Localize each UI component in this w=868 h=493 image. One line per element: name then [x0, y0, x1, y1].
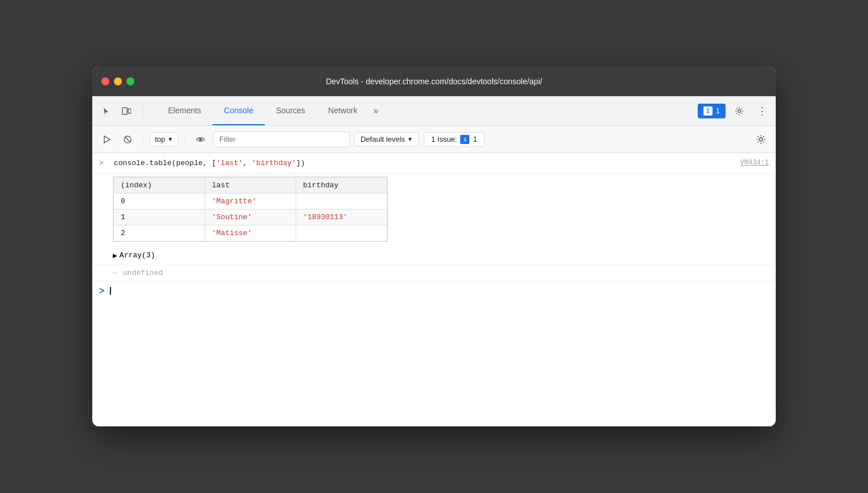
- code-last-string: 'last': [216, 159, 243, 167]
- array-row[interactable]: ▶ Array(3): [113, 249, 769, 262]
- toolbar-divider-1: [142, 134, 143, 145]
- table-row: 0 'Magritte': [114, 193, 387, 209]
- tab-bar-left-icons: [97, 102, 148, 120]
- customize-button[interactable]: ⋮: [753, 102, 771, 120]
- console-gear-icon: [756, 134, 766, 145]
- return-value: undefined: [123, 269, 163, 277]
- window-title: DevTools - developer.chrome.com/docs/dev…: [326, 77, 542, 86]
- inspect-element-button[interactable]: [97, 102, 115, 120]
- table-cell-index-1: 1: [114, 209, 205, 225]
- tab-elements[interactable]: Elements: [157, 96, 212, 125]
- table-cell-last-0: 'Magritte': [205, 193, 296, 209]
- table-header-last: last: [205, 177, 296, 193]
- tab-console[interactable]: Console: [212, 96, 264, 125]
- toolbar-divider-2: [185, 134, 186, 145]
- gear-icon: [735, 106, 744, 116]
- return-entry: ← undefined: [92, 265, 776, 281]
- block-button[interactable]: [120, 132, 136, 147]
- filter-input[interactable]: [213, 132, 350, 147]
- table-header-birthday: birthday: [296, 177, 387, 193]
- device-icon: [122, 106, 131, 116]
- more-tabs-button[interactable]: »: [369, 96, 383, 125]
- context-selector[interactable]: top ▼: [150, 132, 178, 146]
- close-button[interactable]: [101, 77, 109, 85]
- log-levels-selector[interactable]: Default levels ▼: [354, 132, 419, 146]
- code-suffix: ]): [296, 159, 305, 167]
- svg-point-6: [199, 138, 202, 141]
- svg-rect-1: [128, 109, 131, 113]
- array-label: Array(3): [120, 251, 155, 260]
- expand-icon[interactable]: ▶: [113, 251, 117, 260]
- cursor: [110, 287, 111, 295]
- device-toolbar-button[interactable]: [117, 102, 136, 120]
- issues-button[interactable]: 1 Issue: 1 1: [424, 132, 485, 147]
- issue-counter-button[interactable]: 1 1: [698, 104, 726, 118]
- return-arrow: ←: [113, 269, 117, 277]
- table-cell-birthday-2: [296, 225, 387, 241]
- table-row: 2 'Matisse': [114, 225, 387, 241]
- console-toolbar: top ▼ Default levels ▼ 1 Issue: 1 1: [92, 126, 776, 153]
- svg-line-5: [125, 137, 130, 142]
- traffic-lights: [101, 77, 134, 85]
- console-settings-button[interactable]: [753, 132, 769, 147]
- vm-link[interactable]: VM434:1: [740, 158, 769, 168]
- table-cell-index-0: 0: [114, 193, 205, 209]
- table-cell-birthday-0: [296, 193, 387, 209]
- svg-marker-3: [104, 136, 110, 143]
- eye-button[interactable]: [193, 132, 208, 147]
- minimize-button[interactable]: [114, 77, 122, 85]
- clear-console-button[interactable]: [99, 132, 115, 147]
- command-content: console.table(people, ['last', 'birthday…: [114, 158, 769, 169]
- block-icon: [123, 135, 132, 144]
- console-table: (index) last birthday 0 'Magritte' 1 'So…: [113, 177, 387, 241]
- devtools-window: DevTools - developer.chrome.com/docs/dev…: [92, 67, 776, 426]
- command-arrow: >: [99, 158, 108, 169]
- table-cell-last-2: 'Matisse': [205, 225, 296, 241]
- console-input-row[interactable]: >: [92, 281, 776, 301]
- execute-icon: [103, 135, 112, 144]
- main-tabs: Elements Console Sources Network »: [157, 96, 383, 125]
- chevron-down-icon: ▼: [167, 136, 173, 142]
- title-bar: DevTools - developer.chrome.com/docs/dev…: [92, 67, 776, 96]
- svg-point-2: [738, 109, 741, 112]
- input-prompt-icon: >: [99, 286, 104, 296]
- table-cell-last-1: 'Soutine': [205, 209, 296, 225]
- table-cell-index-2: 2: [114, 225, 205, 241]
- tab-bar: Elements Console Sources Network » 1 1: [92, 96, 776, 126]
- table-header-index: (index): [114, 177, 205, 193]
- code-birthday-string: 'birthday': [252, 159, 296, 167]
- svg-point-7: [759, 138, 763, 141]
- console-output: > console.table(people, ['last', 'birthd…: [92, 153, 776, 426]
- eye-icon: [196, 135, 205, 144]
- code-comma: ,: [243, 159, 252, 167]
- levels-chevron-icon: ▼: [407, 136, 413, 142]
- inline-issue-icon: 1: [460, 135, 469, 144]
- code-prefix: console.table(people, [: [114, 159, 216, 167]
- svg-rect-0: [122, 108, 127, 114]
- table-cell-birthday-1: '18930113': [296, 209, 387, 225]
- cursor-icon: [101, 106, 110, 116]
- tab-bar-divider: [142, 104, 143, 118]
- issue-icon: 1: [703, 106, 713, 116]
- tab-sources[interactable]: Sources: [265, 96, 317, 125]
- table-row: 1 'Soutine' '18930113': [114, 209, 387, 225]
- console-table-wrapper: (index) last birthday 0 'Magritte' 1 'So…: [113, 176, 388, 242]
- settings-button-top[interactable]: [730, 102, 748, 120]
- tab-bar-right: 1 1 ⋮: [698, 102, 771, 120]
- three-dots-icon: ⋮: [757, 105, 767, 117]
- tab-network[interactable]: Network: [317, 96, 369, 125]
- maximize-button[interactable]: [126, 77, 134, 85]
- console-command-entry: > console.table(people, ['last', 'birthd…: [92, 153, 776, 174]
